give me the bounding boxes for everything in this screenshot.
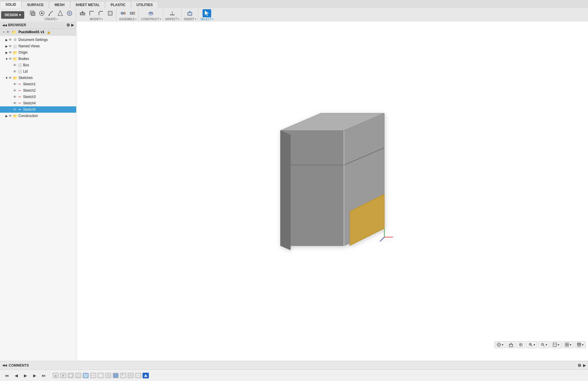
design-button[interactable]: DESIGN ▾	[1, 11, 24, 19]
measure-button[interactable]	[168, 9, 177, 17]
tree-item-document-settings[interactable]: ▶ 👁 ⚙ Document Settings	[0, 37, 76, 43]
create-label[interactable]: CREATE▾	[44, 18, 58, 21]
insert-label[interactable]: INSERT▾	[184, 18, 196, 21]
origin-eye[interactable]: 👁	[9, 51, 12, 54]
tree-item-sketch4[interactable]: 👁 ✏ Sketch4	[0, 100, 76, 106]
loft-button[interactable]	[56, 9, 65, 17]
nav-display-button[interactable]: ▾	[550, 341, 561, 348]
bodies-eye[interactable]: 👁	[9, 57, 12, 61]
timeline-frame-2[interactable]	[60, 373, 66, 378]
tree-item-lid[interactable]: 👁 ⬜ Lid	[0, 68, 76, 75]
timeline-frame-active[interactable]	[143, 373, 149, 378]
sketch1-label: Sketch1	[23, 82, 75, 86]
sweep-button[interactable]	[47, 9, 55, 17]
insert-button[interactable]	[186, 9, 194, 17]
prev-frame-button[interactable]: ◀	[12, 371, 20, 380]
timeline-frame-9[interactable]	[113, 373, 119, 378]
timeline-frame-7[interactable]	[98, 373, 104, 378]
nav-zoom-fit-button[interactable]: ▾	[526, 341, 537, 348]
fillet-button[interactable]	[87, 9, 96, 17]
nav-zoom-button[interactable]: ▾	[538, 341, 549, 348]
doc-toggle-icon[interactable]: ▼	[2, 31, 5, 34]
sketches-label: Sketches	[18, 76, 75, 80]
timeline-frame-3[interactable]	[68, 373, 74, 378]
sketch4-icon: ✏	[17, 101, 22, 106]
select-button[interactable]	[203, 9, 211, 17]
doc-eye-icon[interactable]: 👁	[6, 30, 10, 34]
timeline-frame-10[interactable]	[120, 373, 126, 378]
browser-expand-icon[interactable]: ▶	[71, 23, 74, 27]
viewport[interactable]: ▾ ▾ ▾ ▾ ▾	[76, 22, 588, 361]
select-label[interactable]: SELECT▾	[201, 18, 214, 21]
sketch3-eye[interactable]: 👁	[13, 95, 16, 99]
construction-toggle[interactable]: ▶	[5, 114, 9, 118]
tab-mesh[interactable]: MESH	[49, 1, 70, 8]
timeline-frame-11[interactable]	[128, 373, 134, 378]
play-button[interactable]: ▶	[21, 371, 29, 380]
timeline-frame-5[interactable]	[83, 373, 89, 378]
tab-utilities[interactable]: UTILITIES	[131, 1, 158, 8]
skip-back-button[interactable]: ⏮	[3, 371, 11, 380]
nav-settings-button[interactable]: ▾	[575, 341, 586, 348]
doc-settings-toggle[interactable]: ▶	[5, 38, 9, 42]
doc-lock-icon[interactable]: 🔒	[47, 30, 51, 34]
sketches-eye[interactable]: 👁	[9, 76, 12, 80]
rigid-group-button[interactable]	[128, 9, 137, 17]
revolve-button[interactable]	[38, 9, 46, 17]
inspect-label[interactable]: INSPECT▾	[165, 18, 179, 21]
assemble-label[interactable]: ASSEMBLE▾	[119, 18, 136, 21]
tab-solid[interactable]: SOLID	[0, 1, 22, 8]
comments-collapse-icon[interactable]: ◀◀	[2, 364, 7, 367]
timeline-frame-6[interactable]	[90, 373, 96, 378]
bodies-toggle[interactable]: ▼	[5, 57, 9, 61]
timeline-frame-4[interactable]	[75, 373, 81, 378]
extrude-button[interactable]	[28, 9, 37, 17]
sketch2-eye[interactable]: 👁	[13, 89, 16, 92]
tab-sheet-metal[interactable]: SHEET METAL	[70, 1, 105, 8]
tree-item-sketch5[interactable]: 👁 ✏ Sketch5	[0, 106, 76, 113]
tree-item-construction[interactable]: ▶ 👁 📁 Construction	[0, 113, 76, 119]
doc-settings-eye[interactable]: 👁	[9, 38, 12, 42]
nav-pan-button[interactable]	[516, 341, 525, 348]
form-button[interactable]	[65, 9, 74, 17]
comments-expand-icon[interactable]: ▶	[583, 363, 586, 367]
sketch1-eye[interactable]: 👁	[13, 82, 16, 86]
chamfer-button[interactable]	[97, 9, 105, 17]
construction-eye[interactable]: 👁	[9, 114, 12, 118]
browser-settings-icon[interactable]: ⚙	[66, 23, 70, 27]
next-frame-button[interactable]: ▶	[31, 371, 39, 380]
comments-settings-icon[interactable]: ⚙	[578, 363, 581, 368]
sketches-toggle[interactable]: ▼	[5, 76, 9, 80]
tree-item-bodies[interactable]: ▼ 👁 📁 Bodies	[0, 56, 76, 62]
press-pull-button[interactable]	[78, 9, 87, 17]
timeline-frame-1[interactable]	[53, 373, 59, 378]
tree-item-named-views[interactable]: ▶ 👁 ◫ Named Views	[0, 43, 76, 49]
tree-item-sketches[interactable]: ▼ 👁 📁 Sketches	[0, 75, 76, 81]
named-views-eye[interactable]: 👁	[9, 44, 12, 48]
construct-label[interactable]: CONSTRUCT▾	[141, 18, 161, 21]
tab-surface[interactable]: SURFACE	[22, 1, 49, 8]
lid-eye[interactable]: 👁	[13, 70, 16, 73]
origin-toggle[interactable]: ▶	[5, 51, 9, 54]
offset-plane-button[interactable]	[147, 9, 155, 17]
tree-item-sketch2[interactable]: 👁 ✏ Sketch2	[0, 87, 76, 94]
tree-item-sketch1[interactable]: 👁 ✏ Sketch1	[0, 81, 76, 87]
timeline-frame-8[interactable]	[105, 373, 111, 378]
named-views-toggle[interactable]: ▶	[5, 45, 9, 48]
tree-item-box[interactable]: 👁 ⬜ Box	[0, 62, 76, 68]
shell-button[interactable]	[106, 9, 115, 17]
skip-forward-button[interactable]: ⏭	[40, 371, 48, 380]
tree-item-sketch3[interactable]: 👁 ✏ Sketch3	[0, 94, 76, 100]
tab-plastic[interactable]: PLASTIC	[105, 1, 131, 8]
modify-label[interactable]: MODIFY▾	[90, 18, 103, 21]
browser-collapse-icon[interactable]: ◀◀	[2, 24, 7, 27]
timeline-frame-12[interactable]	[135, 373, 141, 378]
sketch4-eye[interactable]: 👁	[13, 101, 16, 105]
nav-home-button[interactable]	[507, 341, 515, 348]
nav-orientation-button[interactable]: ▾	[495, 341, 505, 348]
joint-button[interactable]	[119, 9, 128, 17]
box-eye[interactable]: 👁	[13, 63, 16, 67]
sketch5-eye[interactable]: 👁	[13, 108, 16, 111]
tree-item-origin[interactable]: ▶ 👁 📁 Origin	[0, 49, 76, 56]
nav-grid-button[interactable]: ▾	[563, 341, 574, 348]
